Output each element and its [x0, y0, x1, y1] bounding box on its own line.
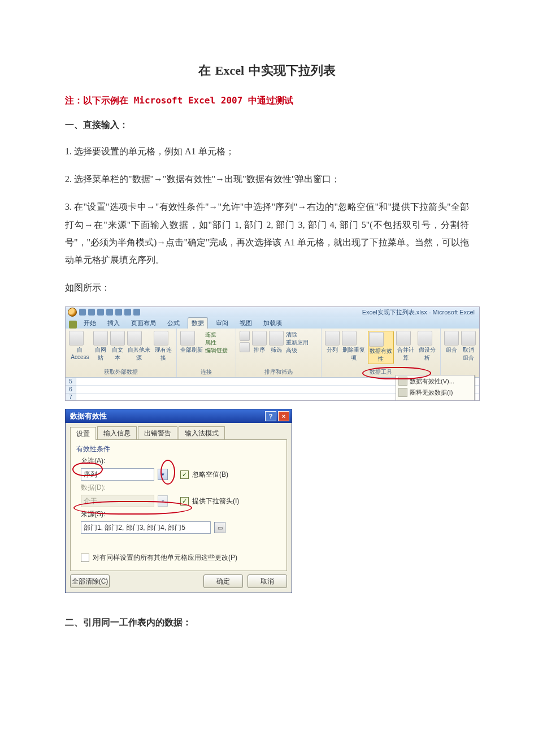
ribbon-tab-data[interactable]: 数据: [188, 317, 208, 329]
ok-button[interactable]: 确定: [203, 574, 243, 588]
from-access-icon[interactable]: [69, 331, 84, 345]
step-2: 2. 选择菜单栏的"数据"→"数据有效性"→出现"数据有效性"弹出窗口；: [65, 170, 469, 188]
ignore-blank-checkbox[interactable]: ✓: [180, 470, 189, 479]
step-1: 1. 选择要设置的单元格，例如 A1 单元格；: [65, 142, 469, 160]
qat-icon[interactable]: [133, 309, 140, 316]
reapply-item[interactable]: 重新应用: [286, 339, 309, 347]
ribbon-tabbar: 开始 插入 页面布局 公式 数据 审阅 视图 加载项: [66, 317, 479, 329]
row-header[interactable]: 5: [66, 378, 76, 386]
group-name: 排序和筛选: [236, 368, 321, 376]
text-to-columns-icon[interactable]: [325, 331, 340, 345]
dialog-actions: 全部清除(C) 确定 取消: [70, 571, 287, 588]
group-connections: 全部刷新 连接 属性 编辑链接 连接: [177, 329, 236, 377]
ignore-blank-label: 忽略空值(B): [192, 470, 228, 479]
apply-others-checkbox[interactable]: [81, 554, 89, 562]
close-button[interactable]: ×: [278, 411, 289, 421]
dropdown-arrow-label: 提供下拉箭头(I): [192, 496, 239, 506]
group-sort-filter: 排序 筛选 清除 重新应用 高级 排序和筛选: [236, 329, 322, 377]
ribbon-tab-addins[interactable]: 加载项: [260, 318, 285, 329]
range-picker-icon[interactable]: ▭: [214, 522, 225, 533]
cancel-button[interactable]: 取消: [248, 574, 287, 588]
ribbon-tab-review[interactable]: 审阅: [212, 318, 232, 329]
qat-icon[interactable]: [106, 309, 113, 316]
data-validation-icon[interactable]: [369, 332, 384, 347]
filter-label: 筛选: [269, 346, 284, 354]
annotation-ring-checks: [160, 460, 175, 485]
office-button-icon[interactable]: [68, 308, 77, 317]
dialog-tabs: 设置 输入信息 出错警告 输入法模式: [70, 426, 287, 440]
from-text-label: 自文本: [110, 346, 125, 362]
properties-item[interactable]: 属性: [205, 339, 228, 347]
tab-error-alert[interactable]: 出错警告: [138, 426, 177, 439]
ribbon-tab-formulas[interactable]: 公式: [164, 318, 183, 329]
remove-dup-icon[interactable]: [342, 331, 357, 345]
menu-label: 圈释无效数据(I): [410, 388, 453, 397]
dialog-titlebar: 数据有效性 ? ×: [66, 409, 292, 423]
sort-label: 排序: [252, 346, 267, 354]
text-to-columns-label: 分列: [325, 346, 340, 354]
sort-desc-icon[interactable]: [240, 342, 250, 352]
group-get-external-data: 自 Access 自网站 自文本 自其他来源 现有连接 获取外部数据: [66, 329, 177, 377]
group-name: 连接: [177, 368, 236, 376]
step-3: 3. 在"设置"选项卡中→"有效性条件"→"允许"中选择"序列"→右边的"忽略空…: [65, 198, 469, 269]
clear-all-button[interactable]: 全部清除(C): [70, 574, 110, 588]
whatif-label: 假设分析: [418, 346, 437, 362]
ribbon-tab-layout[interactable]: 页面布局: [128, 318, 159, 329]
advanced-item[interactable]: 高级: [286, 347, 309, 355]
ribbon-tab-start[interactable]: 开始: [80, 318, 99, 329]
group-outline: 组合 取消组合: [441, 329, 479, 377]
ribbon-tab-view[interactable]: 视图: [236, 318, 255, 329]
qat-icon[interactable]: [79, 309, 86, 316]
dv-menu-item[interactable]: 圈释无效数据(I): [396, 387, 474, 398]
group-label: 组合: [444, 346, 459, 354]
from-web-icon[interactable]: [93, 331, 108, 345]
filter-icon[interactable]: [269, 331, 284, 345]
window-titlebar: Excel实现下拉列表.xlsx - Microsoft Excel: [66, 307, 479, 317]
row-header[interactable]: 7: [66, 394, 76, 401]
existing-conn-label: 现有连接: [154, 346, 173, 362]
tab-input-message[interactable]: 输入信息: [97, 426, 137, 439]
existing-conn-icon[interactable]: [154, 331, 168, 345]
data-validation-label: 数据有效性: [369, 347, 393, 363]
data-label: 数据(D):: [81, 483, 281, 493]
refresh-all-icon[interactable]: [180, 331, 195, 345]
connections-item[interactable]: 连接: [205, 331, 228, 339]
ribbon-tab-insert[interactable]: 插入: [104, 318, 123, 329]
ungroup-icon[interactable]: [461, 331, 476, 345]
group-icon[interactable]: [444, 331, 459, 345]
dialog-title: 数据有效性: [70, 411, 107, 421]
from-text-icon[interactable]: [110, 331, 125, 345]
annotation-ring: [362, 367, 431, 379]
sort-icon[interactable]: [252, 331, 267, 345]
section1-heading: 一、直接输入：: [65, 119, 469, 131]
tabbar-home-indicator-icon: [69, 321, 77, 329]
source-input[interactable]: 部门1, 部门2, 部门3, 部门4, 部门5: [81, 521, 211, 534]
help-button[interactable]: ?: [265, 411, 276, 421]
sort-asc-icon[interactable]: [240, 331, 250, 341]
page-title: 在 Excel 中实现下拉列表: [65, 62, 469, 79]
clear-item[interactable]: 清除: [286, 331, 309, 339]
qat-icon[interactable]: [88, 309, 95, 316]
note-line: 注：以下示例在 Microsoft Excel 2007 中通过测试: [65, 95, 469, 107]
remove-dup-label: 删除重复项: [342, 346, 366, 362]
from-other-label: 自其他来源: [127, 346, 151, 362]
qat-icon[interactable]: [124, 309, 131, 316]
annotation-ring-source: [73, 501, 192, 515]
caption-as-shown: 如图所示：: [65, 279, 469, 296]
editlinks-item[interactable]: 编辑链接: [205, 347, 228, 355]
row-header[interactable]: 6: [66, 386, 76, 394]
refresh-all-label: 全部刷新: [180, 346, 203, 354]
whatif-icon[interactable]: [418, 331, 432, 345]
qat-icon[interactable]: [97, 309, 104, 316]
fieldset-label: 有效性条件: [76, 444, 281, 454]
data-validation-dialog: 数据有效性 ? × 设置 输入信息 出错警告 输入法模式 有效性条件 允许(A)…: [65, 409, 292, 593]
tab-ime-mode[interactable]: 输入法模式: [179, 426, 225, 439]
from-other-icon[interactable]: [127, 331, 142, 345]
annotation-ring-allow: [72, 463, 103, 476]
tab-settings[interactable]: 设置: [70, 427, 96, 440]
qat-icon[interactable]: [115, 309, 122, 316]
consolidate-label: 合并计算: [396, 346, 415, 362]
label: 对有同样设置的所有其他单元格应用这些更改(P): [93, 553, 237, 563]
consolidate-icon[interactable]: [396, 331, 411, 345]
circle-invalid-icon: [398, 388, 407, 397]
